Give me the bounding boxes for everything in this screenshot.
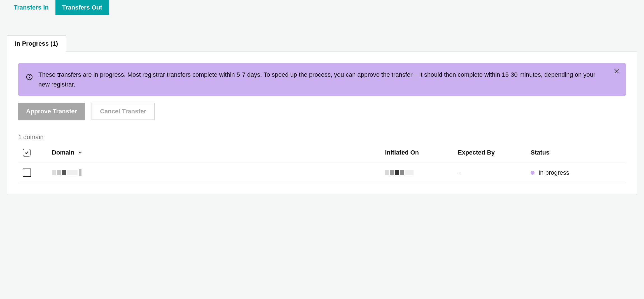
chevron-down-icon	[77, 150, 83, 155]
transfers-table: Domain Initiated On Expected By Status	[18, 149, 626, 183]
sub-tabs: In Progress (1)	[7, 35, 637, 52]
column-expected[interactable]: Expected By	[458, 149, 531, 156]
panel: These transfers are in progress. Most re…	[7, 52, 637, 195]
cell-initiated	[385, 170, 458, 175]
table-row: – In progress	[18, 162, 626, 183]
row-checkbox[interactable]	[23, 169, 31, 177]
column-initiated[interactable]: Initiated On	[385, 149, 458, 156]
status-label: In progress	[538, 169, 569, 176]
cell-expected: –	[458, 169, 531, 176]
select-all-checkbox[interactable]	[23, 149, 31, 156]
table-header: Domain Initiated On Expected By Status	[18, 149, 626, 162]
tab-transfers-in[interactable]: Transfers In	[7, 0, 55, 15]
cell-domain	[52, 169, 385, 176]
redacted-date	[385, 170, 458, 175]
approve-transfer-button[interactable]: Approve Transfer	[18, 103, 85, 120]
redacted-domain	[52, 169, 385, 176]
actions: Approve Transfer Cancel Transfer	[18, 103, 626, 120]
info-banner: These transfers are in progress. Most re…	[18, 63, 626, 96]
status-dot-icon	[531, 171, 535, 175]
tab-transfers-out[interactable]: Transfers Out	[55, 0, 109, 15]
close-icon[interactable]	[613, 68, 620, 76]
domain-count: 1 domain	[18, 134, 626, 141]
column-status[interactable]: Status	[531, 149, 626, 156]
column-domain[interactable]: Domain	[52, 149, 385, 156]
info-icon	[26, 70, 33, 80]
cell-status: In progress	[531, 169, 626, 176]
column-domain-label: Domain	[52, 149, 74, 156]
svg-point-2	[29, 76, 30, 76]
banner-text: These transfers are in progress. Most re…	[38, 70, 618, 89]
top-tabs: Transfers In Transfers Out	[0, 0, 644, 15]
cancel-transfer-button[interactable]: Cancel Transfer	[92, 103, 155, 120]
tab-in-progress[interactable]: In Progress (1)	[7, 35, 66, 52]
